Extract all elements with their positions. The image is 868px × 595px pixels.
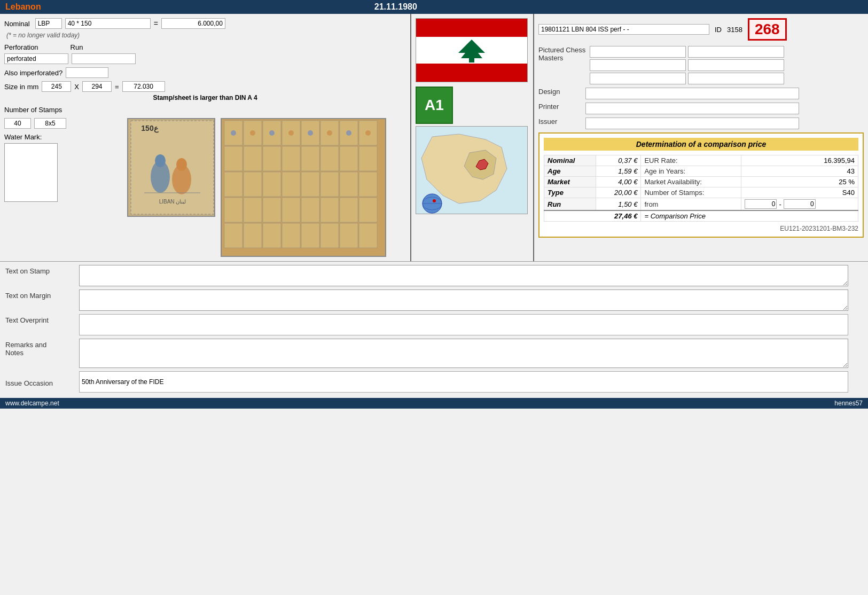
comp-desc-age: Age in Years: xyxy=(641,166,741,177)
svg-rect-26 xyxy=(359,146,377,171)
comp-result-type: S40 xyxy=(741,187,858,198)
size-x1-input[interactable] xyxy=(42,81,71,92)
svg-rect-25 xyxy=(340,146,358,171)
a1-badge: A1 xyxy=(416,87,453,124)
svg-rect-31 xyxy=(301,172,319,197)
stamp-svg: 150ع LIBAN لبنان xyxy=(128,118,214,217)
nominal-value-input[interactable] xyxy=(161,18,225,29)
size-label: Size in mm xyxy=(4,83,38,91)
currency-input[interactable] xyxy=(35,18,62,29)
size-result-input[interactable] xyxy=(122,81,165,92)
nominal-label: Nominal xyxy=(4,20,30,28)
footer-right: hennes57 xyxy=(834,400,863,407)
text-on-stamp-row: Text on Stamp xyxy=(5,265,863,286)
comparison-row-market: Market 4,00 € Market Availability: 25 % xyxy=(544,177,858,187)
text-on-stamp-input[interactable] xyxy=(79,265,848,286)
comparison-row-type: Type 20,00 € Number of Stamps: S40 xyxy=(544,187,858,198)
chess-master-2b[interactable] xyxy=(688,59,784,71)
remarks-input[interactable] xyxy=(79,339,848,368)
svg-rect-36 xyxy=(244,198,262,222)
a1-map-row: A1 xyxy=(416,87,529,124)
printer-label: Printer xyxy=(538,103,581,111)
run-from-input[interactable] xyxy=(745,199,777,209)
comparison-total-label: = Comparison Price xyxy=(641,210,858,222)
issue-occasion-label: Issue Occasion xyxy=(5,377,75,387)
flag-image xyxy=(416,18,528,82)
remarks-label: Remarks and Notes xyxy=(5,339,75,357)
stamps-label: Number of Stamps xyxy=(4,106,62,114)
also-imperforated-input[interactable] xyxy=(66,67,108,78)
chess-master-1b[interactable] xyxy=(688,46,784,58)
stamp-code-input[interactable] xyxy=(538,24,709,35)
id-label: ID xyxy=(715,26,722,34)
perforation-label: Perforation xyxy=(4,43,38,51)
id-value: 268 xyxy=(748,18,787,41)
percent-sign: % xyxy=(848,178,855,186)
issue-occasion-input[interactable] xyxy=(79,371,848,393)
run-input[interactable] xyxy=(72,53,136,64)
sheet-image xyxy=(221,118,386,257)
stamp-grid-input[interactable] xyxy=(34,118,66,129)
svg-rect-44 xyxy=(244,223,262,248)
x-separator: X xyxy=(74,83,79,91)
stamp-count-input[interactable] xyxy=(4,118,31,129)
equals-sign: = xyxy=(154,19,158,28)
svg-rect-33 xyxy=(340,172,358,197)
chess-master-3a[interactable] xyxy=(590,73,686,84)
comparison-price-box: Determination of a comparison price Nomi… xyxy=(538,132,864,238)
chess-master-2a[interactable] xyxy=(590,59,686,71)
svg-text:150ع: 150ع xyxy=(141,124,158,133)
size-equals: = xyxy=(115,83,119,91)
size-x2-input[interactable] xyxy=(82,81,112,92)
comparison-total-value: 27,46 € xyxy=(544,210,641,222)
svg-rect-47 xyxy=(301,223,319,248)
chess-master-3b[interactable] xyxy=(688,73,784,84)
chess-input-row-1 xyxy=(590,46,784,58)
header-bar: Lebanon 21.11.1980 xyxy=(0,0,868,14)
issuer-label: Issuer xyxy=(538,118,581,126)
watermark-box xyxy=(4,143,58,202)
svg-point-5 xyxy=(155,154,166,167)
svg-rect-27 xyxy=(224,172,243,197)
remarks-row: Remarks and Notes xyxy=(5,339,863,368)
comp-desc-run: from xyxy=(641,198,741,211)
svg-rect-32 xyxy=(320,172,339,197)
design-input[interactable] xyxy=(585,88,799,99)
run-label: Run xyxy=(71,43,83,51)
chess-master-1a[interactable] xyxy=(590,46,686,58)
svg-rect-35 xyxy=(224,198,243,222)
stamps-row: Number of Stamps xyxy=(4,106,406,114)
svg-rect-45 xyxy=(263,223,281,248)
flag-red-top xyxy=(416,19,527,37)
svg-rect-23 xyxy=(301,146,319,171)
also-imperforated-row: Also imperforated? xyxy=(4,67,406,78)
svg-point-66 xyxy=(433,199,436,202)
design-label: Design xyxy=(538,88,581,96)
issue-date: 21.11.1980 xyxy=(374,2,417,12)
text-on-margin-row: Text on Margin xyxy=(5,289,863,311)
printer-input[interactable] xyxy=(585,103,799,114)
comp-label-age: Age xyxy=(544,166,596,177)
flag-map-column: A1 xyxy=(411,14,534,261)
stamps-inputs-watermark: Water Mark: xyxy=(4,118,122,257)
svg-rect-42 xyxy=(359,198,377,222)
svg-text:LIBAN لبنان: LIBAN لبنان xyxy=(159,199,186,205)
svg-rect-30 xyxy=(282,172,300,197)
svg-rect-21 xyxy=(263,146,281,171)
chess-input-row-3 xyxy=(590,73,784,84)
size-row: Size in mm X = xyxy=(4,81,406,92)
svg-point-57 xyxy=(346,130,351,136)
comp-value-type: 20,00 € xyxy=(596,187,641,198)
id-row: ID 3158 268 xyxy=(538,18,864,41)
svg-point-54 xyxy=(288,130,294,136)
text-on-margin-input[interactable] xyxy=(79,289,848,311)
formula-input[interactable] xyxy=(65,18,151,29)
svg-rect-48 xyxy=(320,223,339,248)
comp-desc-market: Market Availability: xyxy=(641,177,741,187)
svg-rect-41 xyxy=(340,198,358,222)
issuer-input[interactable] xyxy=(585,118,799,129)
svg-rect-29 xyxy=(263,172,281,197)
perforation-input[interactable] xyxy=(4,53,68,64)
run-to-input[interactable] xyxy=(784,199,816,209)
text-overprint-input[interactable] xyxy=(79,314,848,335)
